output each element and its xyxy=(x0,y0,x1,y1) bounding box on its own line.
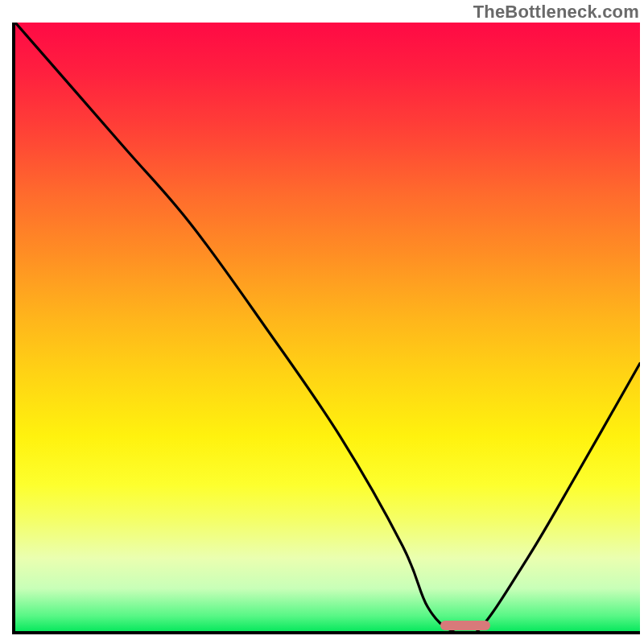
curve-path xyxy=(15,23,640,631)
chart-frame: TheBottleneck.com xyxy=(0,0,644,644)
plot-area xyxy=(15,23,640,631)
optimal-marker xyxy=(440,621,490,630)
bottleneck-curve xyxy=(15,23,640,631)
watermark-text: TheBottleneck.com xyxy=(473,2,639,23)
